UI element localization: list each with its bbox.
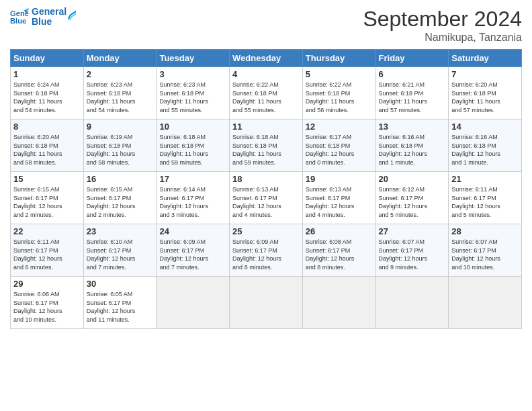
day-number: 16 — [87, 174, 154, 184]
day-number: 14 — [451, 122, 519, 132]
calendar-cell: 13Sunrise: 6:16 AM Sunset: 6:18 PM Dayli… — [375, 120, 449, 172]
calendar-cell: 21Sunrise: 6:11 AM Sunset: 6:17 PM Dayli… — [449, 172, 522, 224]
day-info: Sunrise: 6:10 AM Sunset: 6:17 PM Dayligh… — [87, 238, 154, 271]
day-number: 25 — [232, 226, 300, 236]
day-info: Sunrise: 6:16 AM Sunset: 6:18 PM Dayligh… — [379, 133, 446, 167]
day-number: 2 — [87, 69, 154, 79]
col-friday: Friday — [375, 50, 449, 67]
logo-wave-icon — [64, 10, 76, 22]
calendar-table: Sunday Monday Tuesday Wednesday Thursday… — [10, 49, 522, 329]
calendar-cell: 16Sunrise: 6:15 AM Sunset: 6:17 PM Dayli… — [83, 172, 157, 224]
day-info: Sunrise: 6:09 AM Sunset: 6:17 PM Dayligh… — [232, 238, 300, 271]
location-subtitle: Namikupa, Tanzania — [363, 32, 522, 44]
calendar-row: 1Sunrise: 6:24 AM Sunset: 6:18 PM Daylig… — [11, 67, 522, 120]
day-number: 29 — [13, 279, 81, 289]
day-info: Sunrise: 6:18 AM Sunset: 6:18 PM Dayligh… — [159, 133, 226, 167]
day-info: Sunrise: 6:20 AM Sunset: 6:18 PM Dayligh… — [451, 81, 519, 114]
day-number: 27 — [379, 226, 446, 236]
day-number: 24 — [159, 226, 226, 236]
day-number: 21 — [451, 174, 519, 184]
calendar-cell — [157, 277, 230, 329]
day-info: Sunrise: 6:20 AM Sunset: 6:18 PM Dayligh… — [13, 133, 81, 167]
calendar-cell: 22Sunrise: 6:11 AM Sunset: 6:17 PM Dayli… — [11, 224, 84, 277]
day-number: 6 — [379, 69, 446, 79]
day-number: 3 — [159, 69, 226, 79]
day-number: 9 — [87, 122, 154, 132]
day-info: Sunrise: 6:11 AM Sunset: 6:17 PM Dayligh… — [451, 185, 519, 219]
day-info: Sunrise: 6:14 AM Sunset: 6:17 PM Dayligh… — [159, 185, 226, 219]
calendar-cell: 10Sunrise: 6:18 AM Sunset: 6:18 PM Dayli… — [157, 120, 230, 172]
calendar-cell — [230, 277, 303, 329]
day-info: Sunrise: 6:22 AM Sunset: 6:18 PM Dayligh… — [232, 81, 300, 114]
svg-text:Blue: Blue — [10, 17, 26, 26]
day-number: 22 — [13, 226, 81, 236]
col-thursday: Thursday — [302, 50, 375, 67]
page-container: General Blue General Blue September 2024… — [0, 0, 532, 336]
calendar-cell: 18Sunrise: 6:13 AM Sunset: 6:17 PM Dayli… — [230, 172, 303, 224]
calendar-cell: 28Sunrise: 6:07 AM Sunset: 6:17 PM Dayli… — [449, 224, 522, 277]
calendar-cell: 11Sunrise: 6:18 AM Sunset: 6:18 PM Dayli… — [230, 120, 303, 172]
calendar-cell: 26Sunrise: 6:08 AM Sunset: 6:17 PM Dayli… — [302, 224, 375, 277]
calendar-row: 22Sunrise: 6:11 AM Sunset: 6:17 PM Dayli… — [11, 224, 522, 277]
calendar-cell — [375, 277, 449, 329]
day-number: 11 — [232, 122, 300, 132]
day-info: Sunrise: 6:05 AM Sunset: 6:17 PM Dayligh… — [87, 290, 154, 324]
day-info: Sunrise: 6:09 AM Sunset: 6:17 PM Dayligh… — [159, 238, 226, 271]
day-info: Sunrise: 6:07 AM Sunset: 6:17 PM Dayligh… — [379, 238, 446, 271]
day-info: Sunrise: 6:21 AM Sunset: 6:18 PM Dayligh… — [379, 81, 446, 114]
col-monday: Monday — [83, 50, 157, 67]
day-number: 30 — [87, 279, 154, 289]
month-title: September 2024 — [363, 7, 522, 32]
day-info: Sunrise: 6:11 AM Sunset: 6:17 PM Dayligh… — [13, 238, 81, 271]
day-number: 5 — [306, 69, 373, 79]
day-number: 12 — [306, 122, 373, 132]
day-info: Sunrise: 6:13 AM Sunset: 6:17 PM Dayligh… — [306, 185, 373, 219]
calendar-cell: 9Sunrise: 6:19 AM Sunset: 6:18 PM Daylig… — [83, 120, 157, 172]
day-info: Sunrise: 6:06 AM Sunset: 6:17 PM Dayligh… — [13, 290, 81, 324]
day-info: Sunrise: 6:07 AM Sunset: 6:17 PM Dayligh… — [451, 238, 519, 271]
calendar-cell: 1Sunrise: 6:24 AM Sunset: 6:18 PM Daylig… — [11, 67, 84, 120]
day-number: 10 — [159, 122, 226, 132]
calendar-cell: 8Sunrise: 6:20 AM Sunset: 6:18 PM Daylig… — [11, 120, 84, 172]
calendar-cell: 29Sunrise: 6:06 AM Sunset: 6:17 PM Dayli… — [11, 277, 84, 329]
day-number: 13 — [379, 122, 446, 132]
day-info: Sunrise: 6:16 AM Sunset: 6:18 PM Dayligh… — [451, 133, 519, 167]
calendar-cell: 27Sunrise: 6:07 AM Sunset: 6:17 PM Dayli… — [375, 224, 449, 277]
calendar-cell: 5Sunrise: 6:22 AM Sunset: 6:18 PM Daylig… — [302, 67, 375, 120]
day-number: 28 — [451, 226, 519, 236]
day-info: Sunrise: 6:13 AM Sunset: 6:17 PM Dayligh… — [232, 185, 300, 219]
col-tuesday: Tuesday — [157, 50, 230, 67]
day-number: 7 — [451, 69, 519, 79]
day-info: Sunrise: 6:17 AM Sunset: 6:18 PM Dayligh… — [306, 133, 373, 167]
title-block: September 2024 Namikupa, Tanzania — [363, 7, 522, 44]
day-number: 15 — [13, 174, 81, 184]
col-sunday: Sunday — [11, 50, 84, 67]
calendar-cell: 3Sunrise: 6:23 AM Sunset: 6:18 PM Daylig… — [157, 67, 230, 120]
day-info: Sunrise: 6:23 AM Sunset: 6:18 PM Dayligh… — [87, 81, 154, 114]
calendar-row: 15Sunrise: 6:15 AM Sunset: 6:17 PM Dayli… — [11, 172, 522, 224]
calendar-cell: 2Sunrise: 6:23 AM Sunset: 6:18 PM Daylig… — [83, 67, 157, 120]
day-info: Sunrise: 6:19 AM Sunset: 6:18 PM Dayligh… — [87, 133, 154, 167]
calendar-cell: 30Sunrise: 6:05 AM Sunset: 6:17 PM Dayli… — [83, 277, 157, 329]
day-info: Sunrise: 6:12 AM Sunset: 6:17 PM Dayligh… — [379, 185, 446, 219]
calendar-cell: 23Sunrise: 6:10 AM Sunset: 6:17 PM Dayli… — [83, 224, 157, 277]
day-info: Sunrise: 6:23 AM Sunset: 6:18 PM Dayligh… — [159, 81, 226, 114]
calendar-cell: 24Sunrise: 6:09 AM Sunset: 6:17 PM Dayli… — [157, 224, 230, 277]
day-info: Sunrise: 6:22 AM Sunset: 6:18 PM Dayligh… — [306, 81, 373, 114]
day-number: 18 — [232, 174, 300, 184]
day-number: 1 — [13, 69, 81, 79]
calendar-cell: 19Sunrise: 6:13 AM Sunset: 6:17 PM Dayli… — [302, 172, 375, 224]
logo: General Blue General Blue — [10, 7, 76, 28]
calendar-cell: 17Sunrise: 6:14 AM Sunset: 6:17 PM Dayli… — [157, 172, 230, 224]
day-info: Sunrise: 6:08 AM Sunset: 6:17 PM Dayligh… — [306, 238, 373, 271]
calendar-row: 8Sunrise: 6:20 AM Sunset: 6:18 PM Daylig… — [11, 120, 522, 172]
day-info: Sunrise: 6:15 AM Sunset: 6:17 PM Dayligh… — [13, 185, 81, 219]
calendar-row: 29Sunrise: 6:06 AM Sunset: 6:17 PM Dayli… — [11, 277, 522, 329]
day-info: Sunrise: 6:15 AM Sunset: 6:17 PM Dayligh… — [87, 185, 154, 219]
calendar-body: 1Sunrise: 6:24 AM Sunset: 6:18 PM Daylig… — [11, 67, 522, 329]
calendar-cell: 15Sunrise: 6:15 AM Sunset: 6:17 PM Dayli… — [11, 172, 84, 224]
day-number: 23 — [87, 226, 154, 236]
day-number: 19 — [306, 174, 373, 184]
calendar-cell — [302, 277, 375, 329]
day-info: Sunrise: 6:24 AM Sunset: 6:18 PM Dayligh… — [13, 81, 81, 114]
